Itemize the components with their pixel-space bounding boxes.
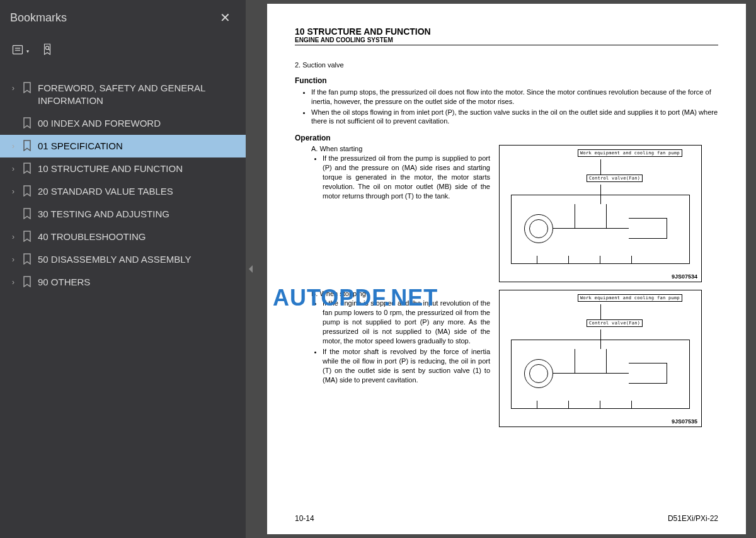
bookmark-foreword[interactable]: › FOREWORD, SAFETY AND GENERAL INFORMATI… [0,77,246,112]
bookmark-others[interactable]: › 90 OTHERS [0,271,246,294]
diagram-label-top: Work equipment and cooling fan pump [578,294,682,302]
expand-icon[interactable]: › [9,231,18,243]
chapter-subtitle: ENGINE AND COOLING SYSTEM [295,37,718,43]
document-viewport[interactable]: AUTOPDF.NET 10 STRUCTURE AND FUNCTION EN… [257,0,756,538]
diagram-code: 9JS07534 [672,273,697,280]
pdf-page: 10 STRUCTURE AND FUNCTION ENGINE AND COO… [267,4,746,534]
bookmark-icon [23,185,33,198]
list-icon [11,43,24,59]
op-a-letter: A. When starting [311,145,490,152]
bookmark-disassembly[interactable]: › 50 DISASSEMBLY AND ASSEMBLY [0,248,246,271]
function-heading: Function [295,76,718,85]
chevron-down-icon: ▾ [26,49,29,54]
find-bookmark-button[interactable] [39,40,55,62]
bookmarks-panel: Bookmarks ✕ ▾ › FOREWORD, SAFETY AND GEN… [0,0,246,538]
bookmark-icon [23,208,33,220]
bookmark-icon [23,117,33,130]
bookmark-label: 30 TESTING AND ADJUSTING [38,208,169,220]
expand-icon[interactable]: › [9,253,18,266]
bullet-item: If the pressurized oil from the pump is … [323,154,490,200]
panel-resize-handle[interactable] [246,0,257,538]
bookmark-label: 50 DISASSEMBLY AND ASSEMBLY [38,253,191,266]
bookmark-label: FOREWORD, SAFETY AND GENERAL INFORMATION [38,82,237,107]
hydraulic-diagram-b: Work equipment and cooling fan pump Cont… [499,290,702,427]
sidebar-toolbar: ▾ [0,35,246,67]
watermark-text: AUTOPDF.NET [273,285,438,311]
bookmark-label: 00 INDEX AND FOREWORD [38,117,161,130]
bookmark-icon [23,253,33,266]
operation-block-a: A. When starting If the pressurized oil … [295,145,718,282]
bookmark-troubleshooting[interactable]: › 40 TROUBLESHOOTING [0,226,246,248]
chapter-title: 10 STRUCTURE AND FUNCTION [295,26,718,37]
page-footer: 10-14 D51EXi/PXi-22 [295,514,718,523]
function-bullets: If the fan pump stops, the pressurized o… [295,88,718,126]
bookmark-label: 90 OTHERS [38,276,90,289]
expand-icon[interactable]: › [9,276,18,289]
diagram-label-top: Work equipment and cooling fan pump [578,149,682,157]
close-icon[interactable]: ✕ [215,8,236,28]
bookmark-icon [23,231,33,243]
diagram-code: 9JS07535 [672,418,697,425]
bookmark-icon [23,276,33,289]
sidebar-header: Bookmarks ✕ [0,0,246,35]
bookmark-standard-values[interactable]: › 20 STANDARD VALUE TABLES [0,180,246,203]
expand-icon[interactable]: › [9,82,18,94]
operation-heading: Operation [295,134,718,142]
bullet-item: When the oil stops flowing in from inlet… [311,108,718,127]
diagram-label-mid: Control valve(Fan) [587,319,643,327]
bullet-item: If the motor shaft is revolved by the fo… [323,347,490,384]
ribbon-search-icon [42,43,53,59]
diagram-label-mid: Control valve(Fan) [587,175,643,182]
bookmark-label: 40 TROUBLESHOOTING [38,231,146,243]
expand-icon[interactable]: › [9,185,18,198]
bookmark-label: 20 STANDARD VALUE TABLES [38,185,173,198]
operation-a-text: A. When starting If the pressurized oil … [295,145,490,282]
bookmark-structure[interactable]: › 10 STRUCTURE AND FUNCTION [0,157,246,180]
expand-icon[interactable]: › [9,163,18,175]
bookmark-label: 01 SPECIFICATION [38,140,123,152]
bookmark-label: 10 STRUCTURE AND FUNCTION [38,163,183,175]
sidebar-title: Bookmarks [10,11,67,25]
bookmark-specification[interactable]: › 01 SPECIFICATION [0,135,246,157]
bookmark-icon [23,82,33,94]
page-number: 10-14 [295,514,314,523]
bookmark-icon [23,140,33,152]
model-code: D51EXi/PXi-22 [668,514,718,523]
svg-point-3 [45,46,49,49]
section-number: 2. Suction valve [295,60,718,70]
bullet-item: If the fan pump stops, the pressurized o… [311,88,718,106]
bookmark-testing[interactable]: 30 TESTING AND ADJUSTING [0,203,246,226]
bookmark-icon [23,163,33,175]
page-header: 10 STRUCTURE AND FUNCTION ENGINE AND COO… [295,26,718,45]
bookmarks-tree: › FOREWORD, SAFETY AND GENERAL INFORMATI… [0,72,246,299]
bookmark-index[interactable]: 00 INDEX AND FOREWORD [0,112,246,135]
expand-icon[interactable]: › [9,140,18,152]
bookmarks-options-button[interactable]: ▾ [9,41,32,61]
svg-line-4 [49,49,50,50]
svg-rect-0 [13,45,23,54]
hydraulic-diagram-a: Work equipment and cooling fan pump Cont… [499,145,702,282]
